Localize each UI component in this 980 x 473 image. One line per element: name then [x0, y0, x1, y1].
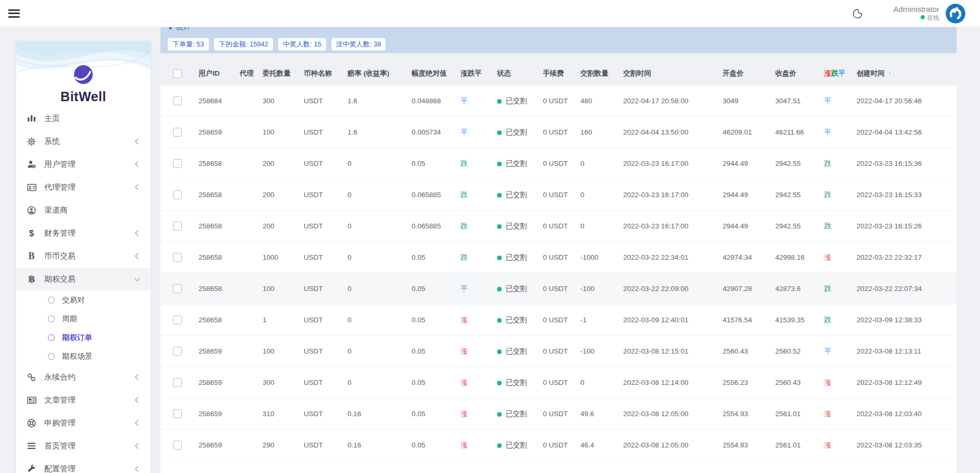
status-dot-icon	[497, 99, 502, 104]
sidebar-menu: 主页系统用户管理代理管理渠道商$财务管理B币币交易฿期权交易交易对周期期权订单期…	[16, 107, 151, 473]
cell-result: 涨	[824, 441, 857, 450]
cell-created-at: 2022-04-04 13:42:56	[857, 128, 957, 136]
cell-close-price: 2942.55	[775, 191, 824, 199]
cell-status: 已交割	[497, 378, 543, 387]
cell-close-price: 46211.66	[775, 128, 824, 136]
cell-range-abs: 0.05	[412, 379, 461, 386]
row-checkbox[interactable]	[173, 96, 182, 105]
cell-range-abs: 0.05	[412, 347, 461, 355]
row-checkbox[interactable]	[173, 441, 182, 450]
orders-table-card: 258684300USDT1.60.048868平已交割0 USDT480202…	[160, 86, 957, 473]
user-admin-icon	[27, 160, 36, 169]
sidebar-item-5[interactable]: 渠道商	[16, 199, 151, 222]
status-dot-icon	[497, 130, 502, 135]
cell-open-price: 2944.49	[723, 222, 775, 230]
stats-panel-title[interactable]: ▲统计	[168, 27, 191, 32]
sidebar-item-label: 代理管理	[44, 183, 76, 192]
circle-bullet-icon	[48, 297, 55, 304]
col-header-created-at[interactable]: 创建时间↑	[857, 69, 957, 78]
cell-created-at: 2022-03-23 16:15:26	[857, 222, 957, 230]
sidebar-subitem-label: 交易对	[62, 295, 85, 305]
stats-panel: ▲统计 下单量: 53下的金额: 15942中奖人数: 15没中奖人数: 38	[160, 27, 957, 53]
chevron-left-icon	[135, 253, 141, 259]
cell-user-id: 258684	[199, 97, 240, 105]
sidebar-subitem[interactable]: 期权订单	[16, 328, 151, 347]
row-checkbox[interactable]	[173, 284, 182, 293]
cell-settle-qty: 160	[580, 128, 623, 136]
sidebar-subitem[interactable]: 周期	[16, 309, 151, 328]
cell-user-id: 258658	[199, 316, 240, 324]
sidebar-item-6[interactable]: $财务管理	[16, 222, 151, 245]
orders-table-body: 258684300USDT1.60.048868平已交割0 USDT480202…	[160, 86, 957, 461]
sidebar-item-11[interactable]: 申购管理	[16, 411, 151, 434]
sidebar-item-2[interactable]: 系统	[16, 130, 151, 153]
dark-mode-moon-icon[interactable]	[852, 8, 863, 19]
row-checkbox[interactable]	[173, 378, 182, 387]
cell-user-id: 258658	[199, 222, 240, 230]
cell-status: 已交割	[497, 222, 543, 231]
table-row: 258658200USDT00.065885跌已交割0 USDT02022-03…	[160, 179, 957, 211]
sidebar-subitem[interactable]: 期权场景	[16, 347, 151, 366]
hamburger-menu-icon[interactable]	[8, 9, 20, 18]
cell-result: 跌	[824, 284, 857, 294]
sidebar-subitem[interactable]: 交易对	[16, 290, 151, 309]
sidebar-item-10[interactable]: 文章管理	[16, 389, 151, 411]
id-card-icon	[27, 183, 36, 192]
cell-user-id: 258658	[199, 285, 240, 293]
row-checkbox[interactable]	[173, 409, 182, 418]
cell-result: 涨	[824, 409, 857, 419]
cell-odds: 1.6	[348, 128, 412, 136]
row-checkbox[interactable]	[173, 253, 182, 262]
wrench-icon	[27, 464, 36, 473]
row-checkbox[interactable]	[173, 222, 182, 231]
sidebar-item-8[interactable]: ฿期权交易	[16, 268, 151, 290]
select-all-checkbox[interactable]	[173, 69, 182, 78]
cell-direction: 涨	[461, 316, 497, 325]
sidebar-item-7[interactable]: B币币交易	[16, 245, 151, 268]
sidebar-item-3[interactable]: 用户管理	[16, 153, 151, 176]
cell-settle-qty: 46.4	[580, 441, 623, 449]
row-checkbox[interactable]	[173, 347, 182, 356]
cell-result: 平	[824, 96, 857, 106]
cell-range-abs: 0.048868	[412, 97, 461, 105]
cell-direction: 跌	[461, 222, 497, 231]
status-dot-icon	[497, 287, 502, 292]
row-checkbox[interactable]	[173, 128, 182, 137]
row-checkbox[interactable]	[173, 316, 182, 324]
letter-b-icon: B	[27, 251, 36, 261]
cell-amount: 200	[263, 191, 304, 199]
sidebar-item-13[interactable]: 配置管理	[16, 457, 151, 473]
cell-coin: USDT	[304, 379, 348, 386]
sidebar-item-9[interactable]: 永续合约	[16, 366, 151, 389]
sidebar-item-12[interactable]: 首页管理	[16, 434, 151, 457]
chevron-left-icon	[135, 420, 141, 426]
sidebar-item-label: 配置管理	[44, 464, 76, 473]
avatar[interactable]	[946, 4, 965, 23]
cell-close-price: 41539.35	[775, 316, 824, 324]
sidebar-item-1[interactable]: 主页	[16, 107, 151, 130]
row-checkbox[interactable]	[173, 190, 182, 199]
cell-status: 已交割	[497, 128, 543, 137]
col-header-result: 涨跌平	[824, 69, 857, 78]
cell-odds: 0	[348, 285, 412, 293]
cell-direction: 跌	[461, 253, 497, 262]
cell-fee: 0 USDT	[543, 410, 580, 418]
sidebar-item-4[interactable]: 代理管理	[16, 176, 151, 199]
cell-created-at: 2022-04-17 20:56:46	[857, 97, 957, 105]
cell-coin: USDT	[304, 160, 348, 167]
cell-result: 跌	[824, 190, 857, 200]
cell-direction: 平	[461, 128, 497, 137]
row-checkbox[interactable]	[173, 159, 182, 168]
col-header-status: 状态	[497, 69, 543, 78]
cell-fee: 0 USDT	[543, 160, 580, 167]
sidebar-item-label: 财务管理	[44, 228, 76, 238]
col-header-settle-qty: 交割数量	[580, 69, 623, 78]
cell-odds: 0.16	[348, 410, 412, 418]
status-dot-icon	[497, 443, 502, 448]
status-dot-icon	[497, 412, 502, 417]
col-header-open-price: 开盘价	[723, 69, 775, 78]
cell-settle-time: 2022-03-22 22:09:00	[623, 285, 723, 293]
cell-range-abs: 0.065885	[412, 222, 461, 230]
sidebar-subitem-label: 期权场景	[62, 351, 92, 361]
chevron-left-icon	[135, 466, 141, 471]
